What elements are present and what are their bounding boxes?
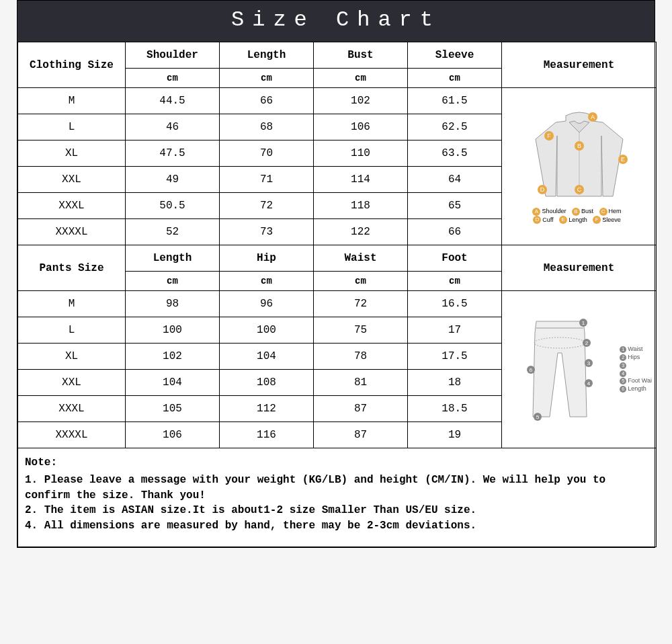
size-label: XL [18,140,126,167]
cell: 87 [314,396,408,422]
note-title: Note: [25,455,649,470]
cell: 19 [408,422,502,448]
pants-diagram-cell: 1 2 3 4 5 6 1Waist 2Hips 3 4 5Foot [502,291,657,448]
cell: 96 [220,291,314,317]
cell: 114 [314,167,408,193]
cell: 66 [220,88,314,114]
cell: 18 [408,370,502,396]
cell: 70 [220,140,314,167]
svg-text:D: D [540,186,544,193]
cell: 62.5 [408,114,502,140]
size-label: XXXL [18,396,126,422]
cell: 66 [408,219,502,245]
clothing-header-row: Clothing Size Shoulder Length Bust Sleev… [18,42,657,69]
size-table: Clothing Size Shoulder Length Bust Sleev… [17,42,657,547]
size-label: XXL [18,370,126,396]
clothing-size-label: Clothing Size [18,42,126,88]
cell: 49 [126,167,220,193]
unit-cm: cm [220,272,314,291]
cell: 106 [126,422,220,448]
svg-text:4: 4 [587,380,590,387]
cell: 71 [220,167,314,193]
cell: 108 [220,370,314,396]
cell: 75 [314,317,408,344]
cell: 87 [314,422,408,448]
svg-text:5: 5 [536,414,539,420]
col-sleeve: Sleeve [408,42,502,69]
cell: 98 [126,291,220,317]
svg-text:E: E [620,156,624,163]
cell: 112 [220,396,314,422]
col-foot: Foot [408,245,502,272]
cell: 68 [220,114,314,140]
unit-cm: cm [314,69,408,88]
svg-text:F: F [547,132,551,139]
table-row: M 98 96 72 16.5 1 2 3 [18,291,657,317]
cell: 46 [126,114,220,140]
unit-cm: cm [408,272,502,291]
col-length: Length [220,42,314,69]
cell: 73 [220,219,314,245]
svg-text:1: 1 [581,320,585,326]
note-row: Note: 1. Please leave a message with you… [18,448,657,547]
size-label: M [18,291,126,317]
cell: 100 [126,317,220,344]
size-label: XXXXL [18,219,126,245]
svg-text:C: C [577,186,581,193]
cell: 16.5 [408,291,502,317]
cell: 72 [220,193,314,219]
cell: 47.5 [126,140,220,167]
svg-text:B: B [577,143,581,149]
table-row: M 44.5 66 102 61.5 A B C D E [18,88,657,114]
col-length: Length [126,245,220,272]
cell: 65 [408,193,502,219]
col-measurement: Measurement [502,245,657,291]
size-label: L [18,114,126,140]
size-label: XXL [18,167,126,193]
cell: 122 [314,219,408,245]
unit-cm: cm [126,69,220,88]
cell: 44.5 [126,88,220,114]
cell: 61.5 [408,88,502,114]
note-line: 2. The item is ASIAN size.It is about1-2… [25,503,649,518]
cell: 110 [314,140,408,167]
pants-size-label: Pants Size [18,245,126,291]
size-label: M [18,88,126,114]
size-label: L [18,317,126,344]
cell: 104 [220,344,314,370]
col-measurement: Measurement [502,42,657,88]
pants-icon: 1 2 3 4 5 6 [523,316,597,424]
col-bust: Bust [314,42,408,69]
cell: 18.5 [408,396,502,422]
col-hip: Hip [220,245,314,272]
col-waist: Waist [314,245,408,272]
unit-cm: cm [314,272,408,291]
cell: 64 [408,167,502,193]
cell: 17 [408,317,502,344]
shirt-icon: A B C D E F [529,109,630,203]
svg-text:A: A [590,114,594,120]
svg-text:6: 6 [529,367,532,373]
size-chart: Size Chart Clothing Size Shoulder Length… [17,0,655,548]
unit-cm: cm [408,69,502,88]
unit-cm: cm [220,69,314,88]
svg-text:3: 3 [587,360,590,366]
size-label: XXXL [18,193,126,219]
note-line: 1. Please leave a message with your weig… [25,473,649,503]
cell: 106 [314,114,408,140]
pants-header-row: Pants Size Length Hip Waist Foot Measure… [18,245,657,272]
svg-text:2: 2 [585,340,588,346]
unit-cm: cm [126,272,220,291]
size-label: XL [18,344,126,370]
cell: 78 [314,344,408,370]
shirt-legend: AShoulder BBust CHem DCuff ELength FSlee… [506,207,652,224]
shirt-diagram-cell: A B C D E F AShoulder BBust CHem DCuff E… [502,88,657,245]
cell: 116 [220,422,314,448]
cell: 100 [220,317,314,344]
cell: 104 [126,370,220,396]
cell: 81 [314,370,408,396]
cell: 102 [126,344,220,370]
cell: 102 [314,88,408,114]
cell: 118 [314,193,408,219]
size-label: XXXXL [18,422,126,448]
